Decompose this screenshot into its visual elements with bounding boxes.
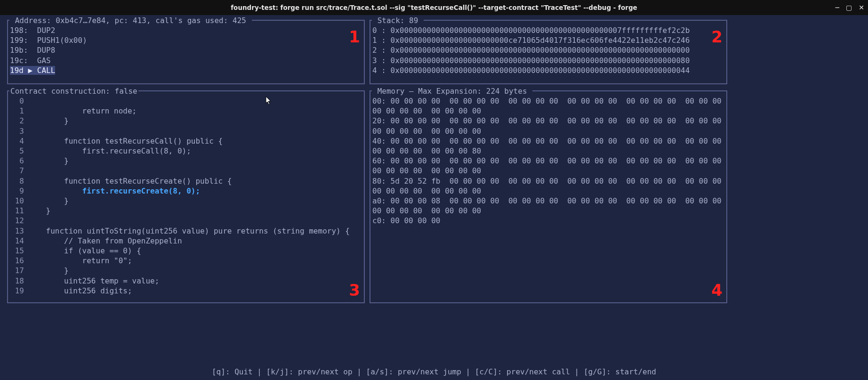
source-line[interactable]: 2 } bbox=[10, 116, 362, 126]
source-line[interactable]: 14 // Taken from OpenZeppelin bbox=[10, 236, 362, 246]
line-number: 7 bbox=[10, 166, 28, 176]
memory-row: 20: 00 00 00 00 00 00 00 00 00 00 00 00 … bbox=[372, 116, 724, 126]
source-text: } bbox=[28, 266, 69, 275]
source-pane: Contract construction: false 3 01 return… bbox=[7, 90, 365, 303]
stack-pane: Stack: 89 2 0 : 0x0000000000000000000000… bbox=[370, 20, 727, 84]
line-number: 0 bbox=[10, 96, 28, 106]
line-number: 10 bbox=[10, 196, 28, 206]
memory-row: 00 00 00 00 00 00 00 00 bbox=[372, 186, 724, 196]
opcode-pane: Address: 0xb4c7…7e84, pc: 413, call's ga… bbox=[7, 20, 365, 84]
opcode-row[interactable]: 19d ▶ CALL bbox=[10, 65, 362, 75]
opcode-row[interactable]: 19b: DUP8 bbox=[10, 45, 362, 55]
source-line[interactable]: 11 } bbox=[10, 206, 362, 216]
source-text: first.recurseCall(8, 0); bbox=[28, 146, 191, 156]
opcode-row[interactable]: 198: DUP2 bbox=[10, 25, 362, 35]
memory-pane: Memory – Max Expansion: 224 bytes 4 00: … bbox=[370, 90, 727, 303]
line-number: 1 bbox=[10, 106, 28, 116]
titlebar: foundry-test: forge run src/trace/Trace.… bbox=[0, 0, 868, 15]
close-icon[interactable]: ✕ bbox=[859, 4, 864, 11]
line-number: 3 bbox=[10, 126, 28, 136]
source-line[interactable]: 18 uint256 temp = value; bbox=[10, 276, 362, 286]
source-text: return node; bbox=[28, 106, 137, 116]
memory-row: 00 00 00 00 00 00 00 00 bbox=[372, 126, 724, 136]
stack-pane-title: Stack: 89 bbox=[372, 16, 424, 25]
stack-row: 1 : 0x000000000000000000000000ce71065d40… bbox=[372, 35, 724, 45]
line-number: 6 bbox=[10, 156, 28, 166]
window-controls: ─ ▢ ✕ bbox=[836, 0, 864, 15]
memory-pane-title: Memory – Max Expansion: 224 bytes bbox=[372, 87, 532, 96]
source-line[interactable]: 5 first.recurseCall(8, 0); bbox=[10, 146, 362, 156]
memory-row: 00 00 00 00 00 00 00 80 bbox=[372, 146, 724, 156]
source-line[interactable]: 9 first.recurseCreate(8, 0); bbox=[10, 186, 362, 196]
minimize-icon[interactable]: ─ bbox=[836, 4, 839, 11]
debugger-app: Address: 0xb4c7…7e84, pc: 413, call's ga… bbox=[0, 15, 868, 380]
source-line[interactable]: 10 } bbox=[10, 196, 362, 206]
line-number: 13 bbox=[10, 226, 28, 236]
line-number: 4 bbox=[10, 136, 28, 146]
source-line[interactable]: 15 if (value == 0) { bbox=[10, 246, 362, 256]
memory-row: a0: 00 00 00 08 00 00 00 00 00 00 00 00 … bbox=[372, 196, 724, 206]
keybindings-footer: [q]: Quit | [k/j]: prev/next op | [a/s]:… bbox=[0, 367, 868, 376]
opcode-row[interactable]: 19c: GAS bbox=[10, 56, 362, 65]
line-number: 15 bbox=[10, 246, 28, 256]
source-text: } bbox=[28, 116, 69, 126]
source-text: // Taken from OpenZeppelin bbox=[28, 236, 182, 246]
source-text: return "0"; bbox=[28, 256, 132, 266]
maximize-icon[interactable]: ▢ bbox=[846, 4, 852, 11]
source-text: function uintToString(uint256 value) pur… bbox=[28, 226, 350, 236]
source-text: uint256 temp = value; bbox=[28, 276, 159, 286]
memory-row: c0: 00 00 00 00 bbox=[372, 216, 724, 226]
source-text: if (value == 0) { bbox=[28, 246, 141, 256]
line-number: 19 bbox=[10, 286, 28, 296]
source-text: uint256 digits; bbox=[28, 286, 132, 296]
source-pane-title: Contract construction: false bbox=[9, 87, 138, 96]
memory-row: 00: 00 00 00 00 00 00 00 00 00 00 00 00 … bbox=[372, 96, 724, 106]
source-text: } bbox=[28, 206, 50, 216]
source-line[interactable]: 4 function testRecurseCall() public { bbox=[10, 136, 362, 146]
memory-row: 40: 00 00 00 00 00 00 00 00 00 00 00 00 … bbox=[372, 136, 724, 146]
line-number: 8 bbox=[10, 176, 28, 186]
line-number: 2 bbox=[10, 116, 28, 126]
source-line[interactable]: 17 } bbox=[10, 266, 362, 275]
memory-row: 00 00 00 00 00 00 00 00 bbox=[372, 106, 724, 116]
source-line[interactable]: 13 function uintToString(uint256 value) … bbox=[10, 226, 362, 236]
line-number: 12 bbox=[10, 216, 28, 226]
source-text: function testRecurseCreate() public { bbox=[28, 176, 232, 186]
source-line[interactable]: 1 return node; bbox=[10, 106, 362, 116]
memory-row: 60: 00 00 00 00 00 00 00 00 00 00 00 00 … bbox=[372, 156, 724, 166]
memory-list[interactable]: 00: 00 00 00 00 00 00 00 00 00 00 00 00 … bbox=[372, 96, 724, 300]
line-number: 5 bbox=[10, 146, 28, 156]
line-number: 14 bbox=[10, 236, 28, 246]
line-number: 9 bbox=[10, 186, 28, 196]
stack-row: 0 : 0x0000000000000000000000000000000000… bbox=[372, 25, 724, 35]
memory-row: 80: 5d 20 52 fb 00 00 00 00 00 00 00 00 … bbox=[372, 176, 724, 186]
source-line[interactable]: 16 return "0"; bbox=[10, 256, 362, 266]
source-list[interactable]: 01 return node;2 }34 function testRecurs… bbox=[10, 96, 362, 300]
source-text: } bbox=[28, 196, 69, 206]
stack-list[interactable]: 0 : 0x0000000000000000000000000000000000… bbox=[372, 25, 724, 81]
source-line[interactable]: 19 uint256 digits; bbox=[10, 286, 362, 296]
opcode-row[interactable]: 199: PUSH1(0x00) bbox=[10, 35, 362, 45]
stack-row: 4 : 0x0000000000000000000000000000000000… bbox=[372, 65, 724, 75]
memory-row: 00 00 00 00 00 00 00 00 bbox=[372, 166, 724, 176]
line-number: 18 bbox=[10, 276, 28, 286]
opcode-list[interactable]: 198: DUP2199: PUSH1(0x00)19b: DUP819c: G… bbox=[10, 25, 362, 81]
source-text: } bbox=[28, 156, 69, 166]
line-number: 11 bbox=[10, 206, 28, 216]
source-line[interactable]: 0 bbox=[10, 96, 362, 106]
source-line[interactable]: 3 bbox=[10, 126, 362, 136]
opcode-pane-title: Address: 0xb4c7…7e84, pc: 413, call's ga… bbox=[9, 16, 252, 25]
source-line[interactable]: 6 } bbox=[10, 156, 362, 166]
stack-row: 3 : 0x0000000000000000000000000000000000… bbox=[372, 56, 724, 65]
source-text: first.recurseCreate(8, 0); bbox=[28, 186, 200, 196]
source-line[interactable]: 7 bbox=[10, 166, 362, 176]
line-number: 17 bbox=[10, 266, 28, 275]
source-line[interactable]: 12 bbox=[10, 216, 362, 226]
window-title: foundry-test: forge run src/trace/Trace.… bbox=[231, 4, 637, 11]
memory-row: 00 00 00 00 00 00 00 00 bbox=[372, 206, 724, 216]
source-line[interactable]: 8 function testRecurseCreate() public { bbox=[10, 176, 362, 186]
source-text: function testRecurseCall() public { bbox=[28, 136, 223, 146]
stack-row: 2 : 0x0000000000000000000000000000000000… bbox=[372, 45, 724, 55]
line-number: 16 bbox=[10, 256, 28, 266]
